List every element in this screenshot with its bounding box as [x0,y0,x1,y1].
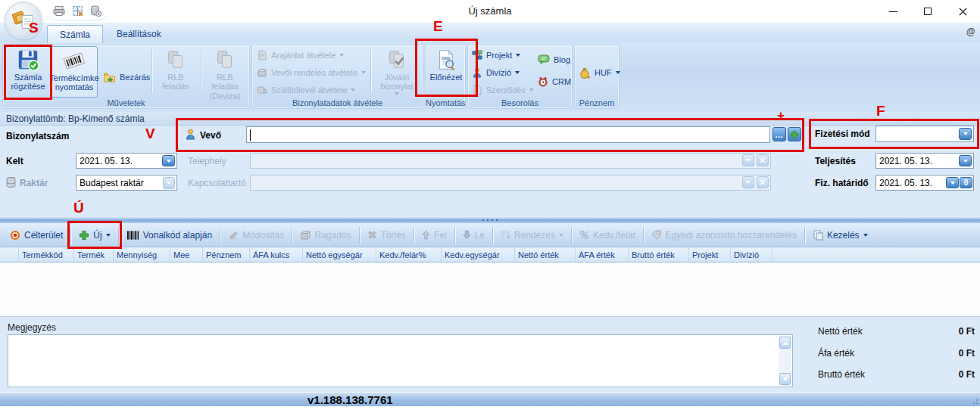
raktar-select[interactable]: Budapest raktár [76,175,177,191]
add-plus-icon [790,130,799,139]
clear-x-icon [760,157,766,163]
maximize-icon [924,8,932,15]
clear-button-disabled [757,176,769,188]
elonezet-button[interactable]: Előnézet [424,46,468,98]
selection-grid-icon[interactable] [72,5,83,17]
termekcimke-nyomtatas-button[interactable]: Termékcímke nyomtatás [51,46,98,98]
vonalkod-alapjan-button[interactable]: Vonalkód alapján [120,226,219,244]
rlb-deviza-documents-icon [214,48,236,71]
uj-button[interactable]: Új [72,226,117,244]
database-schedule-icon[interactable] [90,5,101,17]
dropdown-button[interactable] [162,155,175,166]
minimize-button[interactable] [875,0,910,23]
chevron-down-icon [963,160,968,163]
identifier-tag-icon [651,230,661,240]
column-header[interactable]: Nettó érték [515,247,576,262]
blog-button[interactable]: Blog [538,51,570,68]
arrow-down-icon [463,230,471,240]
chevron-down-icon [106,234,111,237]
dropdown-button-disabled [742,154,754,166]
divizio-button[interactable]: Divízió [472,64,520,81]
edit-pencil-icon [228,230,239,241]
percent-icon [579,230,589,240]
rlb-feladas-button: RLB feladás [154,46,198,98]
chevron-down-icon [167,182,171,185]
arrow-up-icon [422,230,430,240]
column-header[interactable]: ÁFA kulcs [250,247,303,262]
vevo-field-group: Vevő … + [176,118,804,152]
items-grid-body[interactable] [0,262,980,316]
column-header[interactable]: Mee [170,247,203,262]
chevron-down-icon [529,89,534,92]
fizetesi-mod-select[interactable] [875,126,974,142]
bezaras-button[interactable]: Bezárás [103,69,150,85]
division-person-icon [472,67,482,78]
new-plus-icon [79,230,89,241]
maximize-button[interactable] [910,0,945,23]
crm-button[interactable]: CRM [538,73,571,90]
telephely-label: Telephely [188,156,226,166]
scroll-down-button[interactable] [779,373,791,385]
column-header[interactable]: Kedv./felár% [376,247,442,262]
close-button[interactable] [945,0,980,23]
projekt-button[interactable]: Projekt [472,47,520,64]
huf-currency-button[interactable]: HUF [579,64,620,81]
vevo-browse-button[interactable]: … [772,127,786,141]
afa-ertek-total: Áfa érték0 Ft [818,348,975,360]
teljesites-date-picker[interactable]: 2021. 05. 13. [875,153,974,169]
scroll-up-button[interactable] [779,337,791,349]
chevron-down-icon [863,234,868,237]
le-button: Le [456,226,492,244]
chevron-down-icon [395,92,399,95]
celterulet-button[interactable]: Célterület [3,226,70,244]
column-header[interactable]: Bruttó érték [629,247,689,262]
column-header[interactable]: Termék [74,247,114,262]
dropdown-button[interactable] [946,177,959,188]
memo-scrollbar[interactable] [779,336,791,386]
version-text: v1.188.138.7761 [307,393,393,406]
fiz-hatarido-label: Fiz. határidő [815,178,869,188]
application-menu-button[interactable] [5,2,42,39]
brutto-ertek-total: Bruttó érték0 Ft [818,369,975,381]
horizontal-splitter[interactable] [0,216,980,223]
dropdown-button[interactable] [959,128,972,140]
rlb-documents-icon [164,48,187,71]
tab-szamla[interactable]: Számla [47,25,103,43]
clear-x-icon [760,179,766,185]
column-header[interactable]: Divízió [731,247,772,262]
kapcsolattarto-select [250,175,771,191]
megjegyzes-textarea[interactable] [8,334,793,387]
column-header[interactable]: Nettó egységár [303,247,376,262]
vevo-label: Vevő [200,130,221,141]
resize-grip-icon[interactable] [970,396,978,404]
zero-days-button[interactable]: 0 [960,177,972,188]
tab-beallitasok[interactable]: Beállítások [105,25,173,43]
kelt-date-picker[interactable]: 2021. 05. 13. [76,153,177,169]
vevoi-rendeles-atvetele-button: Vevői rendelés átvétele [257,64,366,81]
text-cursor [250,129,251,141]
chevron-down-icon [963,132,968,135]
fiz-hatarido-date-picker[interactable]: 2021. 05. 13. 0 [875,175,974,191]
app-window: Új számla Számla [0,0,980,410]
delivery-note-icon [257,85,267,95]
szamla-rogzitese-button[interactable]: Számla rögzítése [6,46,50,98]
fel-button: Fel [415,226,454,244]
sticky-icon [300,230,311,241]
vevo-input[interactable] [246,126,770,143]
column-header[interactable]: ÁFA érték [576,247,629,262]
column-header[interactable]: Kedv.egységár [442,247,515,262]
kezeles-button[interactable]: Kezelés [806,226,875,244]
column-header[interactable]: Pénznem [203,247,250,262]
column-header[interactable]: Termékkód [19,247,74,262]
chevron-down-icon [351,89,355,92]
teljesites-label: Teljesítés [815,156,856,166]
column-header[interactable]: Mennyiség [114,247,170,262]
megjegyzes-label: Megjegyzés [8,322,56,333]
customer-order-icon [257,67,267,78]
column-header[interactable]: Projekt [689,247,731,262]
dropdown-button[interactable] [959,155,972,166]
chevron-down-icon [515,71,520,74]
warehouse-database-icon [6,177,16,188]
print-icon[interactable] [53,5,65,17]
vevo-add-button[interactable] [788,127,801,141]
